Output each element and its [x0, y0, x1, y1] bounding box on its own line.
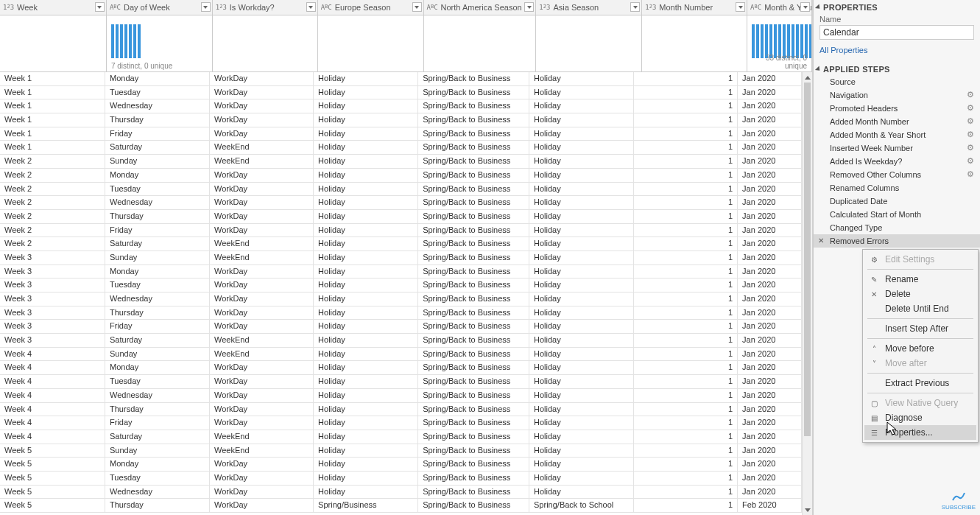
column-header-month-number[interactable]: 123Month Number [642, 0, 747, 15]
table-cell[interactable]: WorkDay [210, 183, 314, 196]
table-cell[interactable]: WorkDay [210, 127, 314, 141]
applied-step[interactable]: Navigation⚙ [814, 88, 980, 102]
table-cell[interactable]: WorkDay [210, 389, 314, 402]
table-cell[interactable]: Jan 2020 [738, 113, 802, 127]
table-cell[interactable]: Holiday [314, 265, 418, 278]
table-cell[interactable]: Tuesday [105, 472, 210, 485]
table-cell[interactable]: Week 3 [0, 251, 105, 264]
table-cell[interactable]: Week 2 [0, 237, 105, 251]
table-row[interactable]: Week 5WednesdayWorkDayHolidaySpring/Back… [0, 486, 802, 500]
table-cell[interactable]: Spring/Back to Business [418, 306, 529, 320]
table-cell[interactable]: Holiday [529, 86, 634, 99]
table-cell[interactable]: Spring/Business [314, 499, 418, 512]
column-header-europe-season[interactable]: ABCEurope Season [318, 0, 424, 15]
table-row[interactable]: Week 4SundayWeekEndHolidaySpring/Back to… [0, 348, 802, 362]
table-cell[interactable]: Holiday [314, 361, 418, 374]
table-cell[interactable]: 1 [634, 458, 738, 471]
table-cell[interactable]: Monday [105, 361, 210, 374]
table-cell[interactable]: Spring/Back to Business [418, 196, 529, 209]
table-row[interactable]: Week 5MondayWorkDayHolidaySpring/Back to… [0, 458, 802, 472]
table-cell[interactable]: Holiday [314, 113, 418, 127]
table-cell[interactable]: 1 [634, 486, 738, 499]
table-cell[interactable]: WorkDay [210, 458, 314, 471]
table-cell[interactable]: Week 1 [0, 141, 105, 154]
table-cell[interactable]: WorkDay [210, 72, 314, 85]
table-cell[interactable]: WorkDay [210, 196, 314, 209]
table-cell[interactable]: Spring/Back to Business [418, 265, 529, 278]
table-cell[interactable]: 1 [634, 348, 738, 361]
table-cell[interactable]: Holiday [314, 348, 418, 361]
table-cell[interactable]: 1 [634, 86, 738, 99]
table-cell[interactable]: Wednesday [105, 389, 210, 402]
table-cell[interactable]: WorkDay [210, 210, 314, 223]
table-cell[interactable]: 1 [634, 265, 738, 278]
table-cell[interactable]: Week 4 [0, 403, 105, 416]
table-row[interactable]: Week 1SaturdayWeekEndHolidaySpring/Back … [0, 141, 802, 155]
table-cell[interactable]: 1 [634, 224, 738, 237]
table-cell[interactable]: Week 1 [0, 99, 105, 113]
table-cell[interactable]: Week 3 [0, 320, 105, 333]
table-cell[interactable]: WorkDay [210, 403, 314, 416]
table-cell[interactable]: WeekEnd [210, 237, 314, 251]
table-cell[interactable]: Spring/Back to Business [418, 237, 529, 251]
column-header-week[interactable]: 123Week [0, 0, 107, 15]
table-cell[interactable]: Holiday [529, 251, 634, 264]
table-cell[interactable]: Thursday [105, 499, 210, 512]
table-row[interactable]: Week 3MondayWorkDayHolidaySpring/Back to… [0, 265, 802, 279]
table-cell[interactable]: Jan 2020 [738, 416, 802, 430]
table-cell[interactable]: Spring/Back to Business [418, 251, 529, 264]
table-cell[interactable]: Holiday [314, 430, 418, 444]
table-row[interactable]: Week 5ThursdayWorkDaySpring/BusinessSpri… [0, 499, 802, 513]
table-cell[interactable]: Spring/Back to Business [418, 155, 529, 168]
table-cell[interactable]: Holiday [529, 265, 634, 278]
table-cell[interactable]: 1 [634, 499, 738, 512]
table-cell[interactable]: Week 4 [0, 389, 105, 402]
table-cell[interactable]: WeekEnd [210, 348, 314, 361]
table-cell[interactable]: Holiday [314, 251, 418, 264]
table-cell[interactable]: Saturday [105, 430, 210, 444]
applied-step[interactable]: Changed Type [814, 221, 980, 234]
scroll-up-arrow[interactable] [803, 72, 812, 83]
table-cell[interactable]: Wednesday [105, 292, 210, 306]
table-cell[interactable]: Week 5 [0, 458, 105, 471]
table-row[interactable]: Week 2TuesdayWorkDayHolidaySpring/Back t… [0, 183, 802, 197]
applied-step[interactable]: ✕Removed Errors [814, 234, 980, 248]
gear-icon[interactable]: ⚙ [967, 90, 976, 99]
table-row[interactable]: Week 2FridayWorkDayHolidaySpring/Back to… [0, 224, 802, 238]
table-cell[interactable]: Holiday [529, 444, 634, 458]
table-cell[interactable]: WorkDay [210, 361, 314, 374]
table-cell[interactable]: Holiday [529, 224, 634, 237]
table-cell[interactable]: WeekEnd [210, 251, 314, 264]
table-cell[interactable]: Sunday [105, 155, 210, 168]
table-cell[interactable]: 1 [634, 444, 738, 458]
table-cell[interactable]: WorkDay [210, 486, 314, 499]
column-profile-cell[interactable] [213, 15, 318, 71]
table-cell[interactable]: 1 [634, 430, 738, 444]
table-cell[interactable]: Jan 2020 [738, 430, 802, 444]
table-cell[interactable]: Tuesday [105, 86, 210, 99]
table-cell[interactable]: Jan 2020 [738, 99, 802, 113]
table-cell[interactable]: Spring/Back to Business [418, 113, 529, 127]
applied-step[interactable]: Duplicated Date [814, 195, 980, 208]
table-cell[interactable]: Tuesday [105, 278, 210, 292]
column-header-day-of-week[interactable]: ABCDay of Week [107, 0, 213, 15]
table-cell[interactable]: Jan 2020 [738, 320, 802, 333]
table-cell[interactable]: Spring/Back to Business [418, 403, 529, 416]
column-filter-dropdown[interactable] [412, 2, 422, 12]
gear-icon[interactable]: ⚙ [967, 143, 976, 152]
table-cell[interactable]: Holiday [529, 278, 634, 292]
table-cell[interactable]: 1 [634, 141, 738, 154]
table-cell[interactable]: Holiday [314, 472, 418, 485]
table-cell[interactable]: Spring/Back to Business [418, 499, 529, 512]
table-cell[interactable]: Week 1 [0, 113, 105, 127]
table-cell[interactable]: Jan 2020 [738, 237, 802, 251]
table-cell[interactable]: Holiday [314, 169, 418, 182]
table-cell[interactable]: Friday [105, 127, 210, 141]
context-menu-item-delete-until-end[interactable]: Delete Until End [864, 301, 976, 316]
table-cell[interactable]: Wednesday [105, 196, 210, 209]
table-cell[interactable]: Spring/Back to Business [418, 389, 529, 402]
table-cell[interactable]: Spring/Back to Business [418, 127, 529, 141]
table-row[interactable]: Week 4SaturdayWeekEndHolidaySpring/Back … [0, 430, 802, 444]
context-menu-item-extract-previous[interactable]: Extract Previous [864, 376, 976, 390]
table-cell[interactable]: Thursday [105, 403, 210, 416]
